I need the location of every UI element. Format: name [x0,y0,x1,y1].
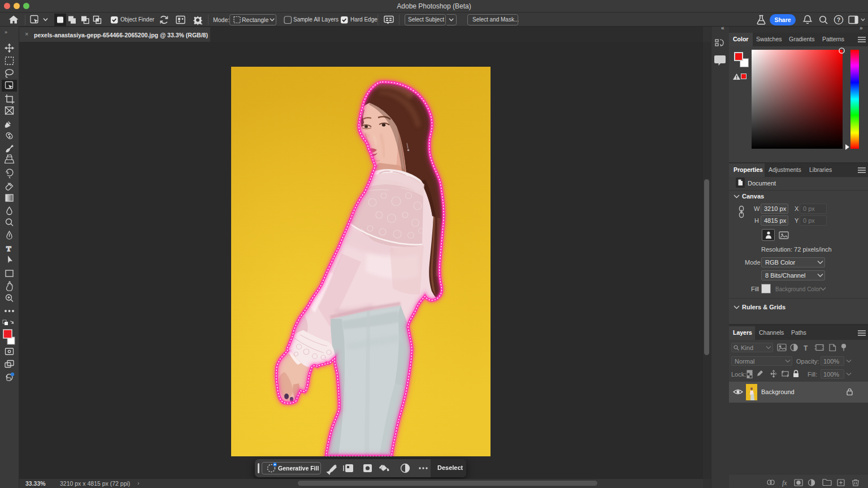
svg-text:»: » [5,29,7,35]
svg-text:fx: fx [782,479,787,487]
svg-text:Share: Share [774,16,791,23]
svg-text:T: T [6,244,11,253]
svg-text:?: ? [837,16,840,23]
svg-text:T: T [804,344,808,352]
